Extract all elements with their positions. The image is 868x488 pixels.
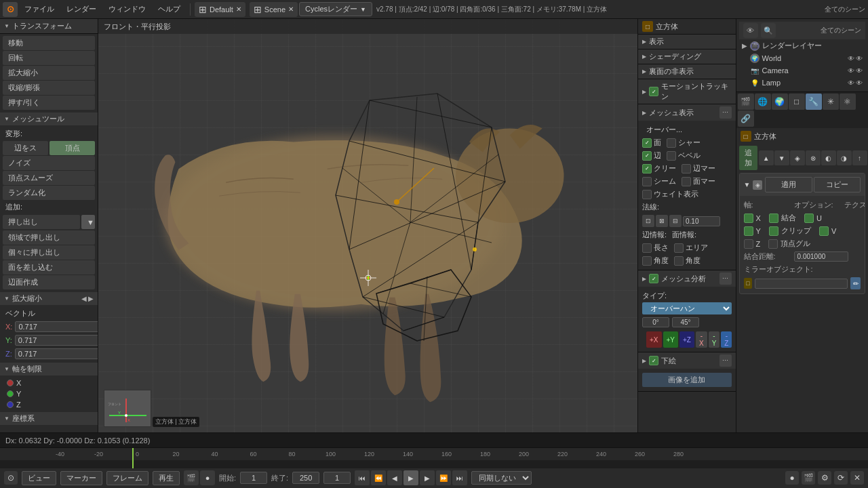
auto-key-icon[interactable]: ● (200, 470, 215, 485)
axis-zm-btn[interactable]: -Z (721, 331, 732, 348)
prev-frame-btn[interactable]: ◀ (387, 470, 402, 485)
workspace-selector[interactable]: ⊞ Default ✕ (195, 2, 245, 17)
scene-tab[interactable]: 🌐 (755, 94, 771, 110)
normal-size-input[interactable] (683, 216, 720, 226)
mod-icon-7[interactable]: ↑ (852, 150, 867, 165)
copy-button[interactable]: コピー (814, 177, 861, 192)
push-pull-button[interactable]: 押す/引く (3, 96, 95, 110)
apply-button[interactable]: 適用 (765, 177, 812, 192)
play-button[interactable]: 再生 (153, 471, 180, 485)
mesh-analysis-menu[interactable]: ⋯ (719, 272, 732, 285)
scale-button[interactable]: 拡大縮小 (3, 66, 95, 80)
timeline-right-icon1[interactable]: ● (785, 471, 799, 485)
normal-icon2[interactable]: ⊠ (656, 215, 668, 227)
backface-header[interactable]: ▶ 裏面の非表示 (638, 64, 736, 79)
view-tab[interactable]: 👁 (743, 23, 758, 38)
world-eye2[interactable]: 👁 (856, 55, 863, 62)
mod-icon-5[interactable]: ◐ (821, 150, 836, 165)
weight-check[interactable] (642, 190, 652, 199)
merge-button[interactable]: 面を差し込む (3, 260, 95, 274)
edgemark-check[interactable] (682, 164, 691, 174)
particle-tab[interactable]: ✳ (823, 94, 839, 110)
jump-start-btn[interactable]: ⏮ (355, 470, 370, 485)
noise-button[interactable]: ノイズ (3, 156, 95, 170)
mesh-analysis-header[interactable]: ▶ ✓ メッシュ分析 ⋯ (638, 270, 736, 287)
crease-check[interactable]: ✓ (642, 164, 652, 174)
world-eye1[interactable]: 👁 (848, 55, 854, 62)
x-axis-check[interactable] (744, 214, 753, 223)
underlay-header[interactable]: ▶ ✓ 下絵 ⋯ (638, 352, 736, 369)
face-create-button[interactable]: 辺面作成 (3, 275, 95, 289)
vtx-check[interactable] (768, 239, 778, 249)
camera-eye1[interactable]: 👁 (848, 67, 854, 75)
clip-check[interactable] (769, 226, 778, 236)
blender-logo[interactable]: ⊙ (3, 2, 18, 17)
prev-keyframe-btn[interactable]: ⏪ (371, 470, 386, 485)
menu-file[interactable]: ファイル (19, 2, 60, 16)
camera-item[interactable]: 📷 Camera 👁 👁 (739, 64, 865, 77)
menu-render[interactable]: レンダー (61, 2, 102, 16)
edge-check[interactable]: ✓ (642, 151, 652, 161)
lamp-item[interactable]: 💡 Lamp 👁 👁 (739, 77, 865, 89)
smooth-button[interactable]: 頂点スムーズ (3, 171, 95, 185)
modifier-tab[interactable]: 🔧 (806, 94, 822, 110)
axis-xm-btn[interactable]: -X (696, 331, 707, 348)
normal-icon3[interactable]: ⊟ (669, 215, 682, 227)
mod-icon-3[interactable]: ◈ (790, 150, 805, 165)
mod-icon-1[interactable]: ▲ (759, 150, 774, 165)
scale-section[interactable]: ▼ 拡大縮小 ◀ ▶ (0, 292, 98, 305)
mesh-display-menu[interactable]: ⋯ (719, 106, 732, 119)
bevel-check[interactable] (667, 151, 676, 161)
extrude-menu[interactable]: ▼ (81, 215, 95, 229)
next-frame-btn[interactable]: ▶ (420, 470, 435, 485)
scene-selector-right[interactable]: 全てのシーン (825, 5, 865, 14)
view-button[interactable]: ビュー (22, 471, 56, 485)
marker-button[interactable]: マーカー (60, 471, 102, 485)
end-frame-input[interactable] (292, 472, 319, 484)
display-header[interactable]: ▶ 表示 (638, 35, 736, 49)
lamp-eye2[interactable]: 👁 (856, 79, 863, 87)
randomize-button[interactable]: ランダム化 (3, 186, 95, 200)
extrude-individual-button[interactable]: 個々に押し出し (3, 245, 95, 260)
frame-button[interactable]: フレーム (106, 471, 149, 485)
add-image-button[interactable]: 画像を追加 (642, 373, 732, 387)
angle-from-input[interactable] (642, 317, 669, 327)
mirror-obj-input[interactable] (755, 279, 848, 289)
area-check[interactable] (674, 243, 684, 253)
extrude-button[interactable]: 押し出し (3, 215, 80, 229)
length-check[interactable] (642, 243, 652, 253)
mod-icon-4[interactable]: ⊗ (806, 150, 821, 165)
timeline-right-icon3[interactable]: ⚙ (818, 471, 831, 485)
axis-xp-btn[interactable]: +X (646, 331, 662, 348)
sync-dropdown[interactable]: 同期しない (471, 471, 532, 485)
record-icon[interactable]: 🎬 (184, 470, 199, 485)
axis-zp-btn[interactable]: +Z (679, 331, 694, 348)
play-btn[interactable]: ▶ (403, 470, 418, 485)
camera-eye2[interactable]: 👁 (856, 67, 863, 75)
underlay-check[interactable]: ✓ (649, 356, 658, 365)
axis-ym-btn[interactable]: -Y (709, 331, 720, 348)
angle-to-input[interactable] (672, 317, 699, 327)
z-axis-check[interactable] (744, 239, 753, 249)
timeline-menu-icon[interactable]: ⊙ (4, 471, 18, 485)
world-item[interactable]: 🌍 World 👁 👁 (739, 52, 865, 64)
edge-button[interactable]: 辺をス (3, 141, 48, 155)
v-check[interactable] (819, 226, 829, 236)
render-engine[interactable]: Cyclesレンダー ▼ (299, 2, 372, 16)
viewport[interactable]: フロント・平行投影 (98, 19, 637, 432)
search-tab[interactable]: 🔍 (761, 23, 776, 38)
physics-tab[interactable]: ⚛ (840, 94, 856, 110)
current-frame-input[interactable] (323, 472, 351, 484)
add-modifier-button[interactable]: 追加 (739, 146, 757, 170)
extrude-region-button[interactable]: 領域で押し出し (3, 230, 95, 245)
motion-header[interactable]: ▶ ✓ モーショントラッキン (638, 79, 736, 104)
object-tab[interactable]: □ (789, 94, 805, 110)
mod-icon-2[interactable]: ▼ (774, 150, 789, 165)
mesh-display-header[interactable]: ▶ メッシュ表示 ⋯ (638, 104, 736, 121)
timeline-right-icon2[interactable]: 🎬 (802, 471, 815, 485)
y-input[interactable] (15, 335, 98, 346)
motion-check[interactable]: ✓ (649, 87, 658, 96)
next-keyframe-btn[interactable]: ⏩ (436, 470, 451, 485)
x-input[interactable] (15, 321, 98, 332)
start-frame-input[interactable] (240, 472, 267, 484)
